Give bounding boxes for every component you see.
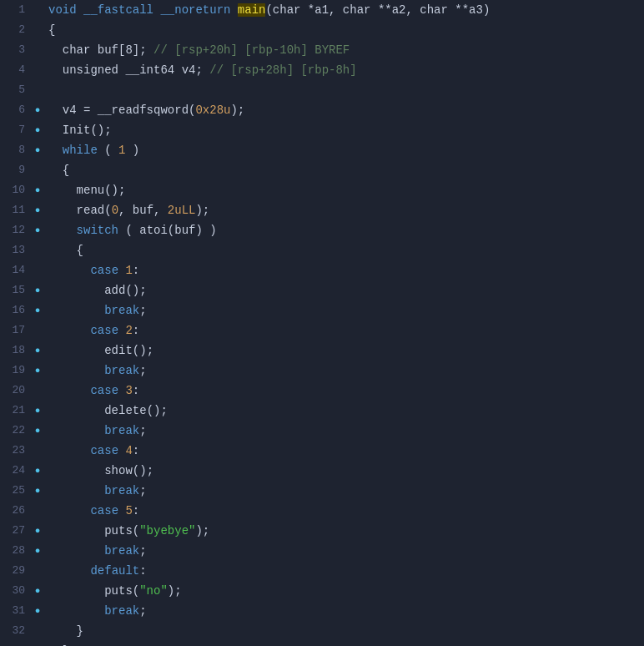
breakpoint-indicator[interactable]: ● xyxy=(30,361,45,381)
code-token: break xyxy=(104,304,139,317)
code-token: : xyxy=(133,444,139,457)
code-line: break; xyxy=(48,541,644,561)
code-line: case 3: xyxy=(48,381,644,401)
code-token: menu xyxy=(48,184,104,197)
breakpoint-indicator[interactable]: · xyxy=(30,561,45,581)
code-line: } xyxy=(48,621,644,641)
line-number: 32 xyxy=(0,621,30,641)
breakpoint-indicator[interactable]: ● xyxy=(30,481,45,501)
line-number: 13 xyxy=(0,240,30,260)
breakpoint-indicator[interactable]: · xyxy=(30,60,45,80)
line-number: 17 xyxy=(0,320,30,341)
breakpoint-indicator[interactable]: · xyxy=(30,160,45,180)
line-number: 3 xyxy=(0,40,30,60)
code-line xyxy=(48,80,644,100)
breakpoint-indicator[interactable]: · xyxy=(30,240,45,260)
breakpoint-indicator[interactable]: · xyxy=(30,260,45,280)
code-token xyxy=(48,144,63,157)
line-number: 27 xyxy=(0,521,30,541)
breakpoint-indicator[interactable]: ● xyxy=(30,421,45,441)
breakpoint-indicator[interactable]: ● xyxy=(30,180,45,200)
code-token xyxy=(48,224,77,237)
line-number: 24 xyxy=(0,461,30,481)
line-number: 16 xyxy=(0,300,30,320)
breakpoint-indicator[interactable]: · xyxy=(30,40,45,60)
breakpoint-indicator[interactable]: ● xyxy=(30,341,45,361)
code-token: (); xyxy=(133,464,153,477)
breakpoint-indicator[interactable]: ● xyxy=(30,140,45,160)
code-token: ( atoi(buf) ) xyxy=(118,224,217,237)
code-token: main xyxy=(238,3,266,17)
code-line: menu(); xyxy=(48,180,644,200)
line-number: 21 xyxy=(0,401,30,421)
breakpoint-indicator[interactable]: ● xyxy=(30,461,45,481)
code-token xyxy=(48,304,104,317)
breakpoint-indicator[interactable]: ● xyxy=(30,200,45,220)
breakpoint-indicator[interactable]: ● xyxy=(30,220,45,240)
breakpoint-indicator[interactable]: · xyxy=(30,0,45,20)
code-token: puts( xyxy=(48,524,139,537)
code-token: // [rsp+28h] [rbp-8h] xyxy=(209,63,356,77)
code-token: break xyxy=(104,544,139,558)
code-token: 2uLL xyxy=(168,204,196,217)
code-line: read(0, buf, 2uLL); xyxy=(48,200,644,220)
code-line: break; xyxy=(48,481,644,501)
line-number: 7 xyxy=(0,120,30,140)
breakpoint-indicator[interactable]: ● xyxy=(30,100,45,120)
line-number: 20 xyxy=(0,381,30,401)
code-line: puts("byebye"); xyxy=(48,521,644,541)
breakpoint-indicator[interactable]: · xyxy=(30,320,45,341)
code-token: (); xyxy=(147,404,168,417)
code-line: switch ( atoi(buf) ) xyxy=(48,220,644,240)
breakpoint-indicator[interactable]: ● xyxy=(30,521,45,541)
code-token: ; xyxy=(139,304,146,317)
line-number: 25 xyxy=(0,481,30,501)
line-number: 4 xyxy=(0,60,30,80)
code-token xyxy=(48,424,104,437)
code-line: { xyxy=(48,20,644,40)
line-number: 1 xyxy=(0,0,30,20)
code-token: ; xyxy=(139,424,146,437)
breakpoint-indicator[interactable]: ● xyxy=(30,280,45,300)
code-token: ; xyxy=(139,484,146,497)
breakpoint-indicator[interactable]: ● xyxy=(30,300,45,320)
code-token: puts( xyxy=(48,584,139,598)
code-token: // [rsp+20h] [rbp-10h] BYREF xyxy=(153,43,350,57)
code-token: ; xyxy=(139,604,146,618)
code-view: 1234567891011121314151617181920212223242… xyxy=(0,0,644,646)
code-token: void __fastcall __noreturn xyxy=(48,3,238,17)
breakpoint-indicator[interactable]: · xyxy=(30,20,45,40)
code-token: (); xyxy=(104,184,125,197)
breakpoint-indicator[interactable]: ● xyxy=(30,401,45,421)
breakpoint-indicator[interactable]: · xyxy=(30,621,45,641)
line-numbers: 1234567891011121314151617181920212223242… xyxy=(0,0,30,646)
line-number: 2 xyxy=(0,20,30,40)
code-token: case xyxy=(90,384,118,397)
code-token xyxy=(48,604,104,618)
code-token: delete xyxy=(48,404,147,417)
breakpoint-indicator[interactable]: · xyxy=(30,80,45,100)
breakpoint-indicator[interactable]: · xyxy=(30,441,45,461)
line-number: 15 xyxy=(0,280,30,300)
code-token: break xyxy=(104,484,139,497)
breakpoint-indicator[interactable]: · xyxy=(30,641,45,646)
code-line: Init(); xyxy=(48,120,644,140)
code-token: "no" xyxy=(139,584,168,598)
code-token xyxy=(48,484,104,497)
code-token: switch xyxy=(77,224,118,237)
code-token xyxy=(48,264,90,277)
breakpoint-indicator[interactable]: ● xyxy=(30,120,45,140)
code-line: case 4: xyxy=(48,441,644,461)
code-token: ( xyxy=(98,144,118,157)
breakpoint-indicator[interactable]: · xyxy=(30,501,45,521)
code-token: case xyxy=(90,444,118,457)
code-lines: void __fastcall __noreturn main(char *a1… xyxy=(45,0,644,646)
code-line: edit(); xyxy=(48,341,644,361)
code-token: break xyxy=(104,604,139,618)
breakpoint-indicator[interactable]: · xyxy=(30,381,45,401)
breakpoint-indicator[interactable]: ● xyxy=(30,541,45,561)
line-number: 31 xyxy=(0,601,30,621)
breakpoint-indicator[interactable]: ● xyxy=(30,581,45,601)
code-token: (); xyxy=(133,344,153,357)
breakpoint-indicator[interactable]: ● xyxy=(30,601,45,621)
